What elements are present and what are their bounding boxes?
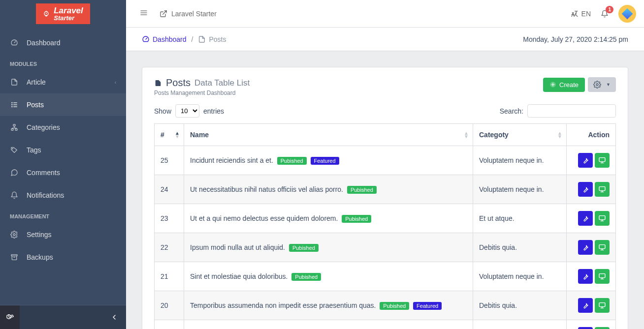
- sidebar-title-modules: MODULES: [0, 54, 126, 71]
- notification-count: 1: [606, 6, 613, 13]
- sidebar-item-comments[interactable]: Comments: [0, 161, 126, 184]
- language-label: EN: [581, 10, 591, 18]
- cell-id: 24: [155, 175, 184, 204]
- svg-line-16: [163, 11, 166, 14]
- edit-button[interactable]: [578, 327, 593, 329]
- sidebar-item-label: Posts: [27, 101, 44, 109]
- sort-icon: ▲▼: [557, 131, 562, 138]
- posts-table: # ▲▼ Name ▲▼ Categoty ▲▼: [154, 123, 616, 329]
- gear-icon: [10, 230, 19, 239]
- view-button[interactable]: [595, 298, 610, 313]
- sidebar-item-label: Dashboard: [27, 39, 61, 47]
- edit-button[interactable]: [578, 298, 593, 313]
- sidebar-item-tags[interactable]: Tags: [0, 139, 126, 161]
- sidebar-item-notifications[interactable]: Notifications: [0, 184, 126, 207]
- view-button[interactable]: [595, 153, 610, 168]
- view-button[interactable]: [595, 182, 610, 197]
- rocket-icon: [43, 10, 50, 17]
- sidebar-item-settings[interactable]: Settings: [0, 223, 126, 246]
- cell-category: Et ut atque.: [473, 320, 567, 329]
- edit-button[interactable]: [578, 211, 593, 226]
- table-row: 19Quia eum commodi porro non nisi. Pubis…: [155, 320, 616, 329]
- cell-category: Voluptatem neque in.: [473, 175, 567, 204]
- view-button[interactable]: [595, 327, 610, 329]
- published-badge: Pubished: [277, 157, 307, 165]
- svg-rect-22: [599, 187, 605, 191]
- published-badge: Pubished: [291, 273, 321, 281]
- laravel-logo-icon[interactable]: [0, 305, 20, 329]
- sidebar-item-dashboard[interactable]: Dashboard: [0, 31, 126, 54]
- col-id[interactable]: # ▲▼: [155, 124, 184, 146]
- edit-button[interactable]: [578, 182, 593, 197]
- header: Laravel Starter EN 1: [126, 0, 644, 28]
- sort-icon: ▲▼: [175, 131, 180, 138]
- header-brand-link[interactable]: Laravel Starter: [160, 10, 217, 18]
- chevron-left-icon: [110, 313, 118, 321]
- sidebar-nav: Dashboard MODULES Article ‹ Posts Catego…: [0, 28, 126, 305]
- cell-action: [567, 204, 616, 233]
- svg-rect-34: [599, 303, 605, 307]
- header-brand-text: Laravel Starter: [171, 10, 217, 18]
- language-switch[interactable]: EN: [571, 10, 591, 18]
- plus-circle-icon: [549, 81, 556, 88]
- user-avatar[interactable]: [618, 5, 636, 23]
- col-action: Action: [567, 124, 616, 146]
- cell-action: [567, 320, 616, 329]
- view-button[interactable]: [595, 211, 610, 226]
- svg-point-10: [13, 234, 15, 236]
- settings-dropdown[interactable]: ▼: [588, 77, 616, 92]
- menu-icon: [140, 9, 148, 17]
- cell-name: Quia eum commodi porro non nisi. Pubishe…: [184, 320, 473, 329]
- table-row: 22Ipsum modi nulla aut ut aliquid. Pubis…: [155, 233, 616, 262]
- sidebar-item-article[interactable]: Article ‹: [0, 71, 126, 93]
- svg-point-18: [596, 84, 598, 86]
- view-button[interactable]: [595, 269, 610, 284]
- edit-button[interactable]: [578, 153, 593, 168]
- speedometer-icon: [10, 38, 19, 47]
- cell-id: 25: [155, 146, 184, 175]
- cell-action: [567, 262, 616, 291]
- sidebar-item-posts[interactable]: Posts: [0, 93, 126, 116]
- show-label: Show: [154, 107, 171, 115]
- notifications-button[interactable]: 1: [601, 10, 609, 18]
- sitemap-icon: [10, 123, 19, 132]
- search-label: Search:: [500, 107, 523, 115]
- svg-rect-28: [599, 245, 605, 249]
- col-name[interactable]: Name ▲▼: [184, 124, 473, 146]
- cell-name: Incidunt reiciendis sint a et. Pubished …: [184, 146, 473, 175]
- menu-toggle[interactable]: [134, 9, 154, 18]
- published-badge: Pubished: [289, 244, 319, 252]
- sidebar-item-label: Backups: [27, 253, 53, 261]
- sidebar-minimizer[interactable]: [20, 305, 126, 329]
- edit-button[interactable]: [578, 240, 593, 255]
- create-button[interactable]: Create: [543, 78, 585, 92]
- sidebar-item-label: Article: [27, 78, 46, 86]
- cell-id: 21: [155, 262, 184, 291]
- sidebar-item-backups[interactable]: Backups: [0, 246, 126, 269]
- table-row: 25Incidunt reiciendis sint a et. Pubishe…: [155, 146, 616, 175]
- sidebar: Laravel Starter Dashboard MODULES Articl…: [0, 0, 126, 329]
- translate-icon: [571, 10, 579, 18]
- breadcrumb-dashboard-link[interactable]: Dashboard: [142, 35, 187, 43]
- cell-action: [567, 146, 616, 175]
- page-size-select[interactable]: 10: [175, 104, 199, 118]
- table-row: 21Sint et molestiae quia doloribus. Pubi…: [155, 262, 616, 291]
- sidebar-item-categories[interactable]: Categories: [0, 116, 126, 139]
- breadcrumb-current: Posts: [198, 35, 226, 43]
- posts-card: Posts Data Table List Posts Management D…: [142, 67, 628, 329]
- edit-button[interactable]: [578, 269, 593, 284]
- avatar-cube-icon: [622, 8, 633, 19]
- col-category[interactable]: Categoty ▲▼: [473, 124, 567, 146]
- cell-name: Temporibus assumenda non impedit esse pr…: [184, 291, 473, 320]
- sidebar-item-label: Tags: [27, 146, 41, 154]
- search-input[interactable]: [527, 104, 616, 118]
- breadcrumb: Dashboard / Posts: [142, 35, 226, 43]
- view-button[interactable]: [595, 240, 610, 255]
- cell-category: Debitis quia.: [473, 291, 567, 320]
- sidebar-brand[interactable]: Laravel Starter: [0, 0, 126, 28]
- brand-name: Laravel: [54, 6, 83, 15]
- page-title-suffix: Data Table List: [194, 78, 250, 88]
- cell-id: 20: [155, 291, 184, 320]
- cell-category: Voluptatem neque in.: [473, 146, 567, 175]
- cell-action: [567, 233, 616, 262]
